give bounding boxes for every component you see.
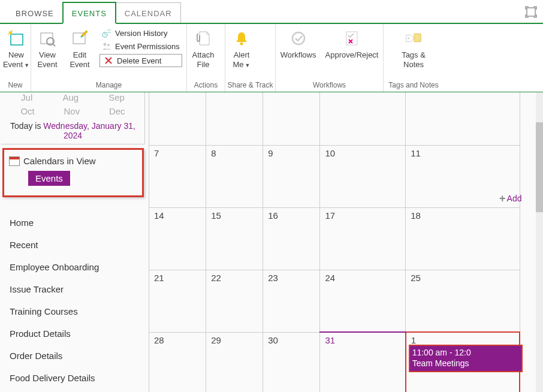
today-indicator: Today is Wednesday, January 31, 2024 xyxy=(1,121,144,140)
day-number: 8 xyxy=(211,148,216,158)
calendar-cell[interactable]: 14 xyxy=(149,207,206,270)
day-number: 10 xyxy=(325,148,335,158)
calendars-in-view-label: Calendars in View xyxy=(23,156,96,166)
edit-event-label: Edit Event xyxy=(70,50,89,69)
calendar-cell[interactable]: 111:00 am - 12:0Team Meetings xyxy=(406,332,520,392)
workflows-button[interactable]: Workflows xyxy=(276,26,321,80)
event-time: 11:00 am - 12:0 xyxy=(412,347,519,358)
workflows-label: Workflows xyxy=(280,50,316,60)
calendar-cell[interactable]: 9 xyxy=(263,145,320,207)
view-event-icon xyxy=(38,29,57,48)
group-label-workflows: Workflows xyxy=(276,80,383,92)
day-number: 11 xyxy=(411,148,421,158)
approve-reject-label: Approve/Reject xyxy=(325,50,379,60)
edit-event-button[interactable]: Edit Event xyxy=(64,26,96,80)
nav-item[interactable]: Product Details xyxy=(10,322,143,345)
attach-file-button[interactable]: Attach File xyxy=(187,26,219,80)
new-event-button[interactable]: New Event▼ xyxy=(0,26,32,80)
calendar-icon xyxy=(9,156,20,166)
tags-notes-icon xyxy=(404,29,423,48)
nav-item[interactable]: Employee Onboarding xyxy=(10,256,143,278)
nav-item[interactable]: Recent xyxy=(10,234,143,256)
today-date-link[interactable]: Wednesday, January 31, 2024 xyxy=(43,121,135,140)
main-area: Jul Aug Sep Oct Nov Dec Today is Wednesd… xyxy=(0,92,543,392)
calendar-cell[interactable] xyxy=(149,92,206,145)
ribbon: New Event▼ New View Event Edit Event Ver… xyxy=(0,24,543,92)
calendar-cell[interactable] xyxy=(320,92,406,145)
month-oct[interactable]: Oct xyxy=(20,106,34,116)
calendar-cell[interactable]: 29 xyxy=(206,332,263,392)
new-event-label: New Event▼ xyxy=(3,50,29,69)
calendar-cell[interactable] xyxy=(263,92,320,145)
calendar-cell[interactable]: 10 xyxy=(320,145,406,207)
nav-item[interactable]: Issue Tracker xyxy=(10,278,143,300)
calendar-cell[interactable] xyxy=(206,92,263,145)
day-number: 14 xyxy=(154,210,164,221)
day-number: 23 xyxy=(268,273,278,283)
svg-point-15 xyxy=(408,38,409,40)
tab-calendar[interactable]: CALENDAR xyxy=(116,2,181,23)
version-history-button[interactable]: Version History xyxy=(99,28,182,38)
calendar-cell[interactable]: 7 xyxy=(149,145,206,207)
day-number: 1 xyxy=(411,335,416,345)
month-jul[interactable]: Jul xyxy=(21,92,32,102)
approve-reject-button[interactable]: Approve/Reject xyxy=(321,26,383,80)
nav-item[interactable]: Training Courses xyxy=(10,300,143,322)
calendar-cell[interactable]: 21 xyxy=(149,270,206,332)
tab-browse[interactable]: BROWSE xyxy=(7,3,62,23)
calendar-cell[interactable]: 31 xyxy=(320,332,406,392)
alert-me-button[interactable]: Alert Me▼ xyxy=(225,26,258,80)
month-aug[interactable]: Aug xyxy=(62,92,79,102)
event-title: Team Meetings xyxy=(412,358,519,369)
calendar-cell[interactable]: 15 xyxy=(206,207,263,270)
calendar-cell[interactable]: 8 xyxy=(206,145,263,207)
attach-file-icon xyxy=(194,29,213,48)
view-event-button[interactable]: View Event xyxy=(31,26,64,80)
calendar-cell[interactable]: 11+Add xyxy=(406,145,520,207)
calendar-cell[interactable]: 28 xyxy=(149,332,206,392)
nav-item[interactable]: Order Details xyxy=(10,345,143,367)
calendar-cell[interactable]: 25 xyxy=(406,270,520,332)
group-label-manage: Manage xyxy=(31,80,186,92)
tags-notes-button[interactable]: Tags & Notes xyxy=(397,26,430,80)
event-permissions-button[interactable]: Event Permissions xyxy=(99,41,182,52)
day-number: 25 xyxy=(411,273,421,283)
calendar-chip-events[interactable]: Events xyxy=(28,171,70,186)
tab-events[interactable]: EVENTS xyxy=(62,2,116,24)
add-label: Add xyxy=(507,194,522,203)
calendar-event[interactable]: 11:00 am - 12:0Team Meetings xyxy=(409,345,523,372)
alert-me-icon xyxy=(232,29,251,48)
calendar-cell[interactable] xyxy=(406,92,520,145)
calendar-cell[interactable]: 22 xyxy=(206,270,263,332)
svg-line-7 xyxy=(53,44,55,46)
left-panel: Jul Aug Sep Oct Nov Dec Today is Wednesd… xyxy=(0,92,145,392)
day-number: 31 xyxy=(325,335,335,345)
calendar-cell[interactable]: 17 xyxy=(320,207,406,270)
month-sep[interactable]: Sep xyxy=(108,92,125,102)
version-history-label: Version History xyxy=(115,29,167,38)
nav-item[interactable]: Home xyxy=(10,212,143,234)
month-dec[interactable]: Dec xyxy=(109,106,125,116)
calendars-in-view-title: Calendars in View xyxy=(9,156,137,166)
scrollbar-thumb[interactable] xyxy=(536,122,543,212)
edit-event-icon xyxy=(70,29,89,48)
calendar-cell[interactable]: 30 xyxy=(263,332,320,392)
calendar-cell[interactable]: 23 xyxy=(263,270,320,332)
ribbon-tabs: BROWSE EVENTS CALENDAR xyxy=(0,0,543,24)
calendar-cell[interactable]: 24 xyxy=(320,270,406,332)
fullscreen-icon[interactable] xyxy=(525,6,537,18)
svg-rect-1 xyxy=(11,34,23,45)
quick-launch-nav: HomeRecentEmployee OnboardingIssue Track… xyxy=(1,207,145,392)
alert-me-label: Alert Me▼ xyxy=(233,50,251,69)
add-event-button[interactable]: +Add xyxy=(499,192,521,205)
delete-event-button[interactable]: Delete Event xyxy=(99,54,182,67)
month-nov[interactable]: Nov xyxy=(64,106,80,116)
svg-point-2 xyxy=(9,31,10,32)
day-number: 21 xyxy=(154,273,164,283)
nav-item[interactable]: Food Delivery Details xyxy=(10,367,143,389)
calendar-cell[interactable]: 16 xyxy=(263,207,320,270)
calendar-cell[interactable]: 18 xyxy=(406,207,520,270)
nav-item[interactable]: Travel Requests xyxy=(10,389,143,392)
svg-rect-16 xyxy=(414,34,421,41)
group-label-actions: Actions xyxy=(187,80,225,92)
